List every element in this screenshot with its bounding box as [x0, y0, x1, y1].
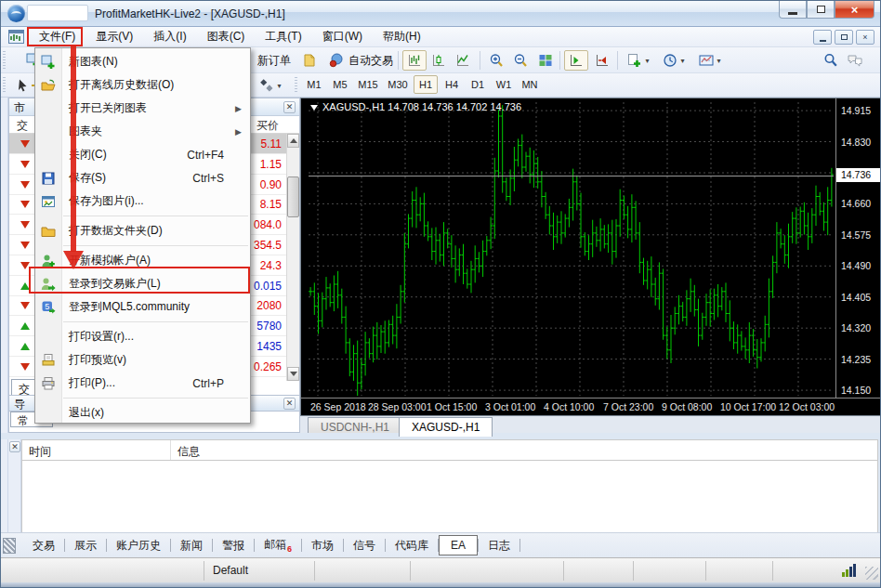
- chart-window[interactable]: XAGUSD-,H1 14.708 14.736 14.702 14.736 1…: [300, 98, 881, 416]
- menu-item-open-data-folder[interactable]: 打开数据文件夹(D): [35, 219, 250, 242]
- tab-journal[interactable]: 日志: [479, 534, 519, 557]
- profile-name[interactable]: Default: [213, 564, 248, 577]
- tab-market[interactable]: 市场: [302, 534, 343, 557]
- restore-button[interactable]: [807, 1, 835, 19]
- periods-dropdown[interactable]: ▾: [657, 50, 690, 71]
- templates-dropdown[interactable]: ▾: [692, 50, 728, 71]
- search-button[interactable]: [819, 50, 843, 71]
- navigator-close-icon[interactable]: ✕: [283, 398, 296, 410]
- menu-window[interactable]: 窗口(W): [312, 26, 373, 47]
- menu-item-exit[interactable]: 退出(x): [35, 401, 250, 425]
- candlestick-chart-icon: [431, 53, 446, 68]
- menu-item-open-offline[interactable]: 打开离线历史数据(O): [35, 73, 250, 97]
- tab-ea[interactable]: EA: [439, 535, 478, 555]
- time-axis-label: 7 Oct 23:00: [603, 401, 653, 412]
- candlestick-chart-button[interactable]: [427, 50, 451, 71]
- tab-account-history[interactable]: 账户历史: [107, 534, 170, 557]
- statusbar-separator: [705, 561, 706, 581]
- terminal-sidebar-icon[interactable]: [3, 538, 16, 554]
- zoom-in-button[interactable]: [484, 50, 508, 71]
- time-axis-label: 12 Oct 03:00: [779, 401, 835, 412]
- scroll-down-button[interactable]: [287, 367, 299, 381]
- indicators-dropdown[interactable]: ▾: [622, 50, 655, 71]
- line-chart-button[interactable]: [451, 50, 475, 71]
- timeframe-d1[interactable]: D1: [466, 75, 490, 94]
- mdi-minimize-button[interactable]: [813, 30, 832, 45]
- tab-exposure[interactable]: 展示: [65, 534, 106, 557]
- toolbar-grip[interactable]: [295, 77, 297, 93]
- menu-charts[interactable]: 图表(C): [197, 26, 256, 47]
- resize-grip[interactable]: [865, 567, 878, 580]
- annotation-box-login-item: [29, 267, 250, 294]
- price-chart[interactable]: [309, 102, 834, 396]
- menu-item-print-setup[interactable]: 打印设置(r)...: [35, 325, 250, 348]
- timeframe-mn[interactable]: MN: [518, 75, 542, 94]
- svg-text:5: 5: [45, 302, 49, 311]
- tab-xagusd[interactable]: XAGUSD-,H1: [399, 417, 493, 437]
- timeframe-h4[interactable]: H4: [440, 75, 464, 94]
- chart-dropdown-icon[interactable]: [310, 105, 318, 111]
- mdi-close-button[interactable]: ×: [856, 30, 874, 45]
- minimize-button[interactable]: [779, 1, 807, 19]
- menu-help[interactable]: 帮助(H): [373, 26, 431, 47]
- arrow-down-icon: [20, 242, 30, 249]
- tab-news[interactable]: 新闻: [171, 534, 212, 557]
- new-order-button[interactable]: 新订单: [251, 50, 297, 71]
- scrollbar-thumb[interactable]: [287, 176, 299, 217]
- timeframe-m1[interactable]: M1: [302, 75, 326, 94]
- time-column-header[interactable]: 时间: [22, 440, 171, 460]
- terminal-close-icon[interactable]: ✕: [9, 441, 20, 452]
- terminal-header: 时间 信息: [21, 439, 878, 461]
- menu-item-new-chart[interactable]: 新图表(N): [35, 50, 250, 73]
- chat-button[interactable]: [843, 50, 867, 71]
- titlebar: ProfitMarketHK-Live2 - [XAGUSD-,H1] ×: [1, 1, 880, 27]
- timeframe-w1[interactable]: W1: [492, 75, 516, 94]
- price-axis-label: 14.235: [841, 354, 881, 365]
- menu-item-print-preview[interactable]: 打印预览(v): [35, 348, 250, 372]
- bid-price: 5.11: [261, 137, 282, 150]
- close-icon: ×: [851, 3, 859, 17]
- menu-item-profiles[interactable]: 图表夹▶: [35, 120, 250, 143]
- chart-shift-button[interactable]: [564, 50, 588, 71]
- tab-mailbox[interactable]: 邮箱6: [255, 533, 301, 557]
- tab-signals[interactable]: 信号: [344, 534, 385, 557]
- menu-item-open-deleted[interactable]: 打开已关闭图表▶: [35, 97, 250, 120]
- statusbar-separator: [204, 561, 204, 581]
- zoom-out-button[interactable]: [508, 50, 533, 71]
- zoom-out-icon: [513, 53, 528, 68]
- menu-tools[interactable]: 工具(T): [255, 26, 311, 47]
- chart-title: XAGUSD-,H1 14.708 14.736 14.702 14.736: [310, 101, 521, 112]
- time-axis-label: 9 Oct 08:00: [662, 401, 712, 412]
- timeframe-h1[interactable]: H1: [414, 75, 438, 94]
- autotrading-button[interactable]: 自动交易: [322, 50, 400, 71]
- market-depth-icon[interactable]: [297, 50, 322, 71]
- bar-chart-button[interactable]: [402, 50, 427, 71]
- market-watch-scrollbar[interactable]: [286, 134, 299, 381]
- search-icon: [823, 53, 838, 68]
- menu-item-login-mql5[interactable]: 5登录到MQL5.community: [35, 295, 250, 319]
- toolbar-grip[interactable]: [3, 51, 6, 69]
- tile-windows-button[interactable]: [533, 50, 558, 71]
- tab-alerts[interactable]: 警报: [213, 534, 254, 557]
- close-button[interactable]: ×: [835, 1, 874, 19]
- scroll-up-button[interactable]: [287, 134, 299, 148]
- menu-item-print[interactable]: 打印(P)...Ctrl+P: [35, 372, 250, 395]
- mdi-restore-button[interactable]: [835, 30, 853, 45]
- tab-code-base[interactable]: 代码库: [386, 534, 438, 557]
- toolbar-grip[interactable]: [3, 77, 6, 93]
- timeframe-m30[interactable]: M30: [384, 75, 412, 94]
- menu-insert[interactable]: 插入(I): [143, 26, 196, 47]
- message-column-header[interactable]: 信息: [171, 440, 877, 460]
- timeframe-m15[interactable]: M15: [354, 75, 382, 94]
- menu-item-save-as-picture[interactable]: 保存为图片(i)...: [35, 189, 250, 213]
- market-watch-close-icon[interactable]: ✕: [283, 101, 296, 113]
- timeframe-m5[interactable]: M5: [328, 75, 352, 94]
- menu-item-close-chart[interactable]: 关闭(C)Ctrl+F4: [35, 143, 250, 166]
- objects-dropdown[interactable]: ▾: [253, 75, 288, 96]
- menu-item-save[interactable]: 保存(S)Ctrl+S: [35, 166, 250, 189]
- auto-scroll-button[interactable]: [590, 50, 614, 71]
- time-axis-label: 26 Sep 2018: [310, 401, 366, 412]
- tab-trade[interactable]: 交易: [23, 534, 64, 557]
- menu-view[interactable]: 显示(V): [85, 26, 143, 47]
- minimize-icon: [788, 12, 797, 15]
